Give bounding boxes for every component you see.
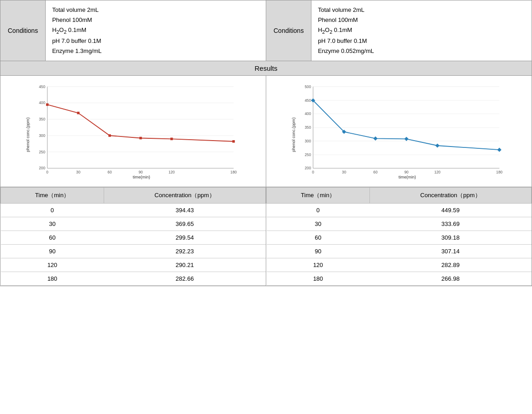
left-conditions-label: Conditions: [0, 0, 46, 61]
svg-text:30: 30: [76, 170, 81, 174]
svg-text:200: 200: [305, 167, 311, 171]
left-table: Time（min） Concentration（ppm） 0394.433036…: [0, 187, 266, 286]
svg-text:200: 200: [39, 167, 45, 171]
table-row: 120290.21: [1, 258, 266, 272]
page-wrapper: Conditions Total volume 2mL Phenol 100mM…: [0, 0, 532, 286]
left-table-conc-header: Concentration（ppm）: [104, 188, 265, 204]
left-chart-svg: phenol conc.(ppm) time(min) 200 250 300: [4, 80, 262, 181]
svg-text:250: 250: [305, 153, 311, 157]
left-table-time-header: Time（min）: [1, 188, 104, 204]
results-header: Results: [0, 61, 532, 76]
svg-text:time(min): time(min): [133, 175, 150, 180]
svg-text:350: 350: [39, 117, 45, 121]
time-cell: 120: [267, 258, 370, 272]
conc-cell: 290.21: [104, 258, 265, 272]
time-cell: 60: [1, 231, 104, 245]
left-conditions-cell: Conditions Total volume 2mL Phenol 100mM…: [0, 0, 266, 61]
svg-text:300: 300: [305, 139, 311, 143]
svg-text:30: 30: [342, 170, 347, 174]
conc-cell: 282.66: [104, 272, 265, 286]
svg-text:400: 400: [39, 101, 45, 105]
table-row: 60309.18: [267, 231, 532, 245]
time-cell: 30: [267, 217, 370, 231]
time-cell: 0: [267, 204, 370, 217]
time-cell: 90: [1, 245, 104, 258]
time-cell: 30: [1, 217, 104, 231]
svg-rect-23: [77, 112, 80, 115]
time-cell: 60: [267, 231, 370, 245]
table-row: 180266.98: [267, 272, 532, 286]
svg-text:250: 250: [39, 150, 45, 154]
time-cell: 0: [1, 204, 104, 217]
svg-marker-54: [374, 136, 378, 141]
right-conditions-label: Conditions: [266, 0, 311, 61]
svg-text:60: 60: [374, 170, 378, 174]
conditions-section: Conditions Total volume 2mL Phenol 100mM…: [0, 0, 532, 61]
svg-text:450: 450: [39, 85, 45, 89]
left-conditions-content: Total volume 2mL Phenol 100mM H2O2 0.1mM…: [46, 0, 108, 61]
conc-cell: 307.14: [369, 245, 531, 258]
conc-cell: 394.43: [104, 204, 265, 217]
left-chart: phenol conc.(ppm) time(min) 200 250 300: [0, 76, 266, 187]
conc-cell: 299.54: [104, 231, 265, 245]
table-row: 180282.66: [1, 272, 266, 286]
svg-rect-22: [46, 104, 49, 106]
svg-text:180: 180: [496, 170, 503, 174]
svg-text:90: 90: [138, 170, 143, 174]
table-row: 0449.59: [267, 204, 532, 217]
tables-section: Time（min） Concentration（ppm） 0394.433036…: [0, 187, 532, 286]
table-row: 0394.43: [1, 204, 266, 217]
svg-text:0: 0: [46, 170, 48, 174]
time-cell: 180: [267, 272, 370, 286]
right-conditions-cell: Conditions Total volume 2mL Phenol 100mM…: [266, 0, 532, 61]
svg-text:phenol conc.(ppm): phenol conc.(ppm): [26, 118, 30, 152]
svg-text:120: 120: [434, 170, 441, 174]
conc-cell: 309.18: [369, 231, 531, 245]
right-chart-svg: phenol conc.(ppm) time(min) 200 250 300 …: [270, 80, 528, 181]
time-cell: 120: [1, 258, 104, 272]
svg-text:400: 400: [305, 112, 311, 116]
svg-rect-24: [108, 135, 111, 137]
conc-cell: 292.23: [104, 245, 265, 258]
svg-text:120: 120: [169, 170, 175, 174]
svg-text:300: 300: [39, 134, 45, 138]
right-table-time-header: Time（min）: [267, 188, 370, 204]
table-row: 120282.89: [267, 258, 532, 272]
right-table-conc-header: Concentration（ppm）: [369, 188, 531, 204]
svg-marker-57: [497, 148, 501, 152]
conc-cell: 449.59: [369, 204, 531, 217]
charts-section: phenol conc.(ppm) time(min) 200 250 300: [0, 76, 532, 187]
svg-text:450: 450: [305, 99, 311, 103]
svg-text:180: 180: [231, 170, 237, 174]
time-cell: 90: [267, 245, 370, 258]
svg-text:90: 90: [404, 170, 409, 174]
svg-text:350: 350: [305, 126, 311, 130]
svg-rect-27: [232, 140, 235, 143]
svg-rect-25: [139, 137, 142, 140]
conc-cell: 266.98: [369, 272, 531, 286]
table-row: 60299.54: [1, 231, 266, 245]
table-row: 90307.14: [267, 245, 532, 258]
svg-text:60: 60: [108, 170, 112, 174]
svg-text:phenol conc.(ppm): phenol conc.(ppm): [291, 118, 296, 152]
conc-cell: 282.89: [369, 258, 531, 272]
svg-rect-26: [170, 138, 173, 140]
conc-cell: 333.69: [369, 217, 531, 231]
table-row: 90292.23: [1, 245, 266, 258]
svg-text:0: 0: [312, 170, 314, 174]
svg-marker-56: [435, 144, 439, 148]
svg-text:time(min): time(min): [399, 175, 416, 180]
svg-marker-55: [404, 137, 408, 141]
right-conditions-content: Total volume 2mL Phenol 100mM H2O2 0.1mM…: [311, 0, 380, 61]
time-cell: 180: [1, 272, 104, 286]
right-table: Time（min） Concentration（ppm） 0449.593033…: [266, 187, 532, 286]
conc-cell: 369.65: [104, 217, 265, 231]
table-row: 30369.65: [1, 217, 266, 231]
svg-text:500: 500: [305, 85, 311, 89]
table-row: 30333.69: [267, 217, 532, 231]
right-chart: phenol conc.(ppm) time(min) 200 250 300 …: [266, 76, 532, 187]
